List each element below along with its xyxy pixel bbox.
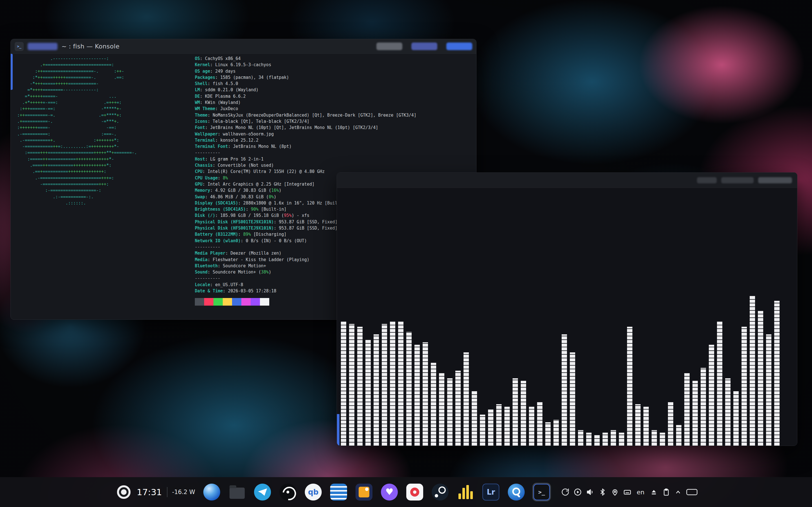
visualizer-bar xyxy=(660,433,665,446)
visualizer-bars xyxy=(341,188,793,446)
browser-sphere-icon xyxy=(203,484,220,501)
minimize-button[interactable] xyxy=(376,43,402,50)
zen-logo-icon xyxy=(406,484,423,501)
visualizer-bar xyxy=(766,334,771,446)
app-launcher-icon[interactable] xyxy=(117,485,131,499)
terminal-titlebar[interactable]: >_ ~ : fish — Konsole xyxy=(11,39,476,54)
maximize-button[interactable] xyxy=(721,177,754,183)
window-title: ~ : fish — Konsole xyxy=(61,43,119,50)
visualizer-bar xyxy=(373,334,379,446)
close-button[interactable] xyxy=(758,177,792,183)
gallery-app-icon[interactable] xyxy=(355,483,373,501)
visualizer-bar xyxy=(578,430,583,446)
system-tray: en xyxy=(561,488,698,496)
blurred-tab-pill xyxy=(28,43,57,50)
qb-logo-icon: qb xyxy=(305,484,322,501)
palette-swatch xyxy=(213,298,223,305)
visualizer-titlebar[interactable] xyxy=(337,173,797,188)
clock[interactable]: 17:31 xyxy=(137,487,162,497)
visualizer-bar xyxy=(619,433,624,446)
terminal-app-icon[interactable]: >_ xyxy=(532,483,551,501)
visualizer-bar xyxy=(594,435,600,446)
heart-icon: ♥ xyxy=(381,484,398,501)
location-icon[interactable] xyxy=(611,488,619,496)
telegram-app-icon[interactable] xyxy=(253,483,272,501)
refresh-icon[interactable] xyxy=(561,488,569,496)
visualizer-bar xyxy=(447,378,453,446)
visualizer-bar xyxy=(603,433,608,446)
visualizer-bar xyxy=(627,327,632,446)
visualizer-bar xyxy=(750,295,755,446)
palette-swatch xyxy=(195,298,204,305)
visualizer-bar xyxy=(488,409,493,446)
steam-app-icon[interactable] xyxy=(431,483,449,501)
visualizer-bar xyxy=(365,339,371,446)
app-dock: qb ♥ Lr >_ xyxy=(202,483,551,501)
media-play-icon[interactable] xyxy=(573,488,582,496)
visualizer-bar xyxy=(562,334,567,446)
bluetooth-icon[interactable] xyxy=(598,488,607,496)
eject-icon[interactable] xyxy=(650,488,658,496)
speaker-brand-app-icon[interactable] xyxy=(278,483,297,501)
visualizer-window[interactable] xyxy=(337,172,797,446)
visualizer-bar xyxy=(504,407,510,446)
visualizer-bar xyxy=(676,425,681,446)
power-draw[interactable]: -16.2 W xyxy=(172,489,195,496)
file-manager-app-icon[interactable] xyxy=(228,483,246,501)
terminal-prompt-icon: >_ xyxy=(534,484,550,500)
close-button[interactable] xyxy=(446,43,472,50)
visualizer-bar xyxy=(774,301,779,446)
ascii-logo: .---------------------: .+==============… xyxy=(15,55,137,206)
visualizer-bar xyxy=(733,391,739,446)
visualizer-bar xyxy=(553,420,559,446)
waves-icon xyxy=(330,484,347,501)
palette-swatch xyxy=(241,298,251,305)
visualizer-bar xyxy=(717,321,722,446)
visualizer-bar xyxy=(513,378,518,446)
visualizer-bar xyxy=(496,404,502,446)
visualizer-bar xyxy=(521,381,526,446)
visualizer-bar xyxy=(472,391,477,446)
palette-swatch xyxy=(260,298,269,305)
display-icon[interactable] xyxy=(686,488,698,496)
visualizer-bar xyxy=(414,345,420,446)
visualizer-bar xyxy=(725,378,730,446)
palette-swatch xyxy=(204,298,213,305)
divider xyxy=(167,487,167,497)
speaker-logo-icon xyxy=(280,484,296,501)
volume-icon[interactable] xyxy=(586,488,594,496)
visualizer-bar xyxy=(529,407,534,446)
magnifier-icon xyxy=(508,484,525,501)
visualizer-bar xyxy=(463,352,469,446)
equalizer-bars-icon xyxy=(458,485,473,499)
clipboard-icon[interactable] xyxy=(662,488,670,496)
heart-media-app-icon[interactable]: ♥ xyxy=(380,483,399,501)
maximize-button[interactable] xyxy=(411,43,437,50)
visualizer-bar xyxy=(480,414,485,446)
palette-swatch xyxy=(251,298,260,305)
gallery-icon xyxy=(356,484,372,501)
scrollbar-thumb[interactable] xyxy=(11,54,13,90)
keyboard-icon[interactable] xyxy=(623,488,631,496)
minimize-button[interactable] xyxy=(697,177,717,183)
visualizer-bar xyxy=(349,324,354,446)
search-app-icon[interactable] xyxy=(507,483,525,501)
lightroom-app-icon[interactable]: Lr xyxy=(481,483,500,501)
visualizer-bar xyxy=(693,381,698,446)
equalizer-app-icon[interactable] xyxy=(456,483,475,501)
waves-app-icon[interactable] xyxy=(329,483,348,501)
folder-icon xyxy=(230,488,245,499)
browser-app-icon[interactable] xyxy=(202,483,221,501)
visualizer-bar xyxy=(652,430,657,446)
keyboard-layout-label[interactable]: en xyxy=(636,489,645,496)
visualizer-bar xyxy=(357,327,363,446)
caret-up-icon[interactable] xyxy=(674,489,682,496)
visualizer-bar xyxy=(570,352,575,446)
visualizer-bar xyxy=(758,311,763,446)
visualizer-bar xyxy=(439,373,444,446)
zen-browser-app-icon[interactable] xyxy=(405,483,424,501)
visualizer-bar xyxy=(684,373,690,446)
qbittorrent-app-icon[interactable]: qb xyxy=(304,483,322,501)
visualizer-bar xyxy=(431,363,436,446)
palette-swatch xyxy=(223,298,232,305)
